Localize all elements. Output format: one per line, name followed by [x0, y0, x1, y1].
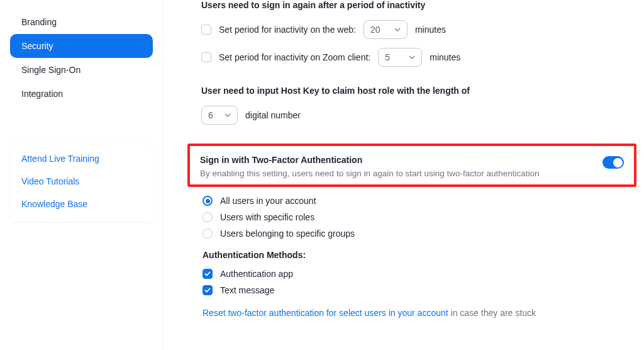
inactivity-client-select[interactable]: 5 [378, 48, 422, 67]
twofa-scope-roles-radio[interactable] [203, 212, 213, 222]
twofa-reset-suffix: in case they are stuck [448, 308, 536, 318]
twofa-scope-groups[interactable]: Users belonging to specific groups [203, 229, 633, 239]
hostkey-title: User need to input Host Key to claim hos… [201, 86, 633, 96]
inactivity-client-unit: minutes [430, 52, 460, 62]
inactivity-client-label: Set period for inactivity on Zoom client… [219, 52, 370, 62]
inactivity-client-value: 5 [385, 52, 390, 62]
help-link-kb[interactable]: Knowledge Base [10, 193, 153, 215]
hostkey-row: 6 digital number [201, 106, 633, 125]
inactivity-web-select[interactable]: 20 [364, 20, 408, 39]
hostkey-select[interactable]: 6 [201, 106, 238, 125]
twofa-scope-all[interactable]: All users in your account [203, 196, 633, 206]
twofa-scope-options: All users in your account Users with spe… [201, 196, 633, 318]
help-link-training[interactable]: Attend Live Training [10, 147, 153, 170]
twofa-scope-all-radio[interactable] [203, 196, 213, 206]
auth-method-app-checkbox[interactable] [203, 269, 213, 279]
auth-method-text-checkbox[interactable] [203, 285, 213, 295]
hostkey-unit: digital number [245, 110, 301, 120]
twofa-scope-groups-label: Users belonging to specific groups [220, 229, 355, 239]
twofa-scope-roles-label: Users with specific roles [220, 212, 314, 222]
auth-method-text-label: Text message [220, 285, 274, 295]
inactivity-web-unit: minutes [415, 25, 446, 35]
twofa-textcol: Sign in with Two-Factor Authentication B… [200, 155, 540, 178]
sidebar-item-branding[interactable]: Branding [10, 10, 153, 34]
twofa-reset-row: Reset two-factor authentication for sele… [203, 308, 633, 318]
twofa-desc: By enabling this setting, users need to … [200, 169, 540, 178]
hostkey-section: User need to input Host Key to claim hos… [201, 86, 633, 125]
twofa-scope-all-label: All users in your account [220, 196, 316, 206]
chevron-down-icon [394, 26, 401, 33]
inactivity-web-value: 20 [370, 25, 380, 35]
chevron-down-icon [409, 54, 415, 60]
twofa-section: Sign in with Two-Factor Authentication B… [187, 144, 636, 187]
inactivity-client-checkbox[interactable] [201, 52, 211, 62]
inactivity-web-label: Set period for inactivity on the web: [219, 25, 356, 35]
sidebar: Branding Security Single Sign-On Integra… [0, 0, 164, 350]
auth-methods-title: Authentication Methods: [203, 250, 633, 260]
sidebar-help: Attend Live Training Video Tutorials Kno… [10, 141, 153, 222]
twofa-reset-link[interactable]: Reset two-factor authentication for sele… [203, 308, 448, 318]
chevron-down-icon [225, 112, 231, 118]
inactivity-web-checkbox[interactable] [201, 25, 211, 35]
sidebar-item-sso[interactable]: Single Sign-On [10, 58, 153, 82]
main-content: Users need to sign in again after a peri… [164, 0, 644, 350]
twofa-toggle[interactable] [602, 156, 624, 169]
inactivity-section: Users need to sign in again after a peri… [201, 0, 633, 67]
twofa-scope-groups-radio[interactable] [203, 229, 213, 239]
inactivity-client-row: Set period for inactivity on Zoom client… [201, 48, 633, 67]
twofa-title: Sign in with Two-Factor Authentication [200, 155, 540, 165]
twofa-scope-roles[interactable]: Users with specific roles [203, 212, 633, 222]
auth-method-app[interactable]: Authentication app [203, 269, 633, 279]
help-link-tutorials[interactable]: Video Tutorials [10, 170, 153, 193]
hostkey-value: 6 [208, 110, 213, 120]
sidebar-item-security[interactable]: Security [10, 34, 153, 58]
auth-method-text[interactable]: Text message [203, 285, 633, 295]
sidebar-nav: Branding Security Single Sign-On Integra… [10, 6, 153, 110]
inactivity-web-row: Set period for inactivity on the web: 20… [201, 20, 633, 39]
auth-method-app-label: Authentication app [220, 269, 293, 279]
inactivity-title: Users need to sign in again after a peri… [201, 0, 633, 10]
sidebar-item-integration[interactable]: Integration [10, 82, 153, 106]
